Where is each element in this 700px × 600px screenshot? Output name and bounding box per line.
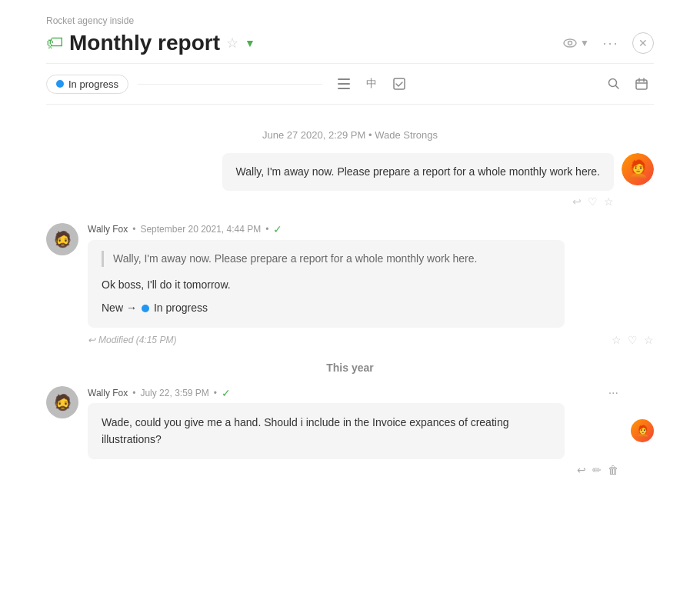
page-title: Monthly report xyxy=(69,31,220,55)
reply-icon[interactable]: ↩ xyxy=(572,195,582,208)
delete-last-icon[interactable]: 🗑 xyxy=(608,464,618,476)
star-icon[interactable]: ☆ xyxy=(226,35,238,52)
status-dot xyxy=(56,80,64,88)
svg-rect-7 xyxy=(636,80,647,89)
wally-action-icons: ☆ ♡ ☆ xyxy=(612,334,654,346)
wally-avatar: 🧔 xyxy=(46,223,78,255)
wally-last-timestamp: July 22, 3:59 PM xyxy=(140,388,208,398)
translate-icon[interactable]: 中 xyxy=(359,72,384,96)
title-right: ▼ ··· ✕ xyxy=(563,31,654,55)
dropdown-icon[interactable]: ▼ xyxy=(245,37,255,49)
modified-text: Modified (4:15 PM) xyxy=(98,335,176,345)
toolbar: In progress 中 xyxy=(46,64,654,105)
wally-last-avatar: 🧔 xyxy=(46,386,78,418)
quoted-text: Wally, I'm away now. Please prepare a re… xyxy=(102,251,551,267)
wally-sender-name: Wally Fox xyxy=(88,224,128,235)
heart-action-icon[interactable]: ♡ xyxy=(628,334,638,346)
star-action-icon[interactable]: ☆ xyxy=(612,334,622,346)
reply-last-icon[interactable]: ↩ xyxy=(577,464,586,476)
svg-rect-5 xyxy=(394,78,405,89)
date-separator: June 27 2020, 2:29 PM • Wade Strongs xyxy=(46,129,654,141)
wally-meta: Wally Fox • September 20 2021, 4:44 PM •… xyxy=(88,223,654,235)
svg-rect-2 xyxy=(338,78,350,80)
svg-rect-4 xyxy=(338,88,350,89)
star-icon[interactable]: ☆ xyxy=(604,195,614,208)
svg-point-1 xyxy=(568,42,572,45)
view-button[interactable]: ▼ xyxy=(563,38,589,48)
wally-message-actions: ↩ Modified (4:15 PM) ☆ ♡ ☆ xyxy=(88,334,654,346)
wally-last-header: Wally Fox • July 22, 3:59 PM • ✓ ··· xyxy=(88,386,618,400)
svg-point-0 xyxy=(564,39,576,47)
wally-last-bubble: Wade, could you give me a hand. Should i… xyxy=(88,403,565,459)
edit-last-icon[interactable]: ✏ xyxy=(592,464,602,476)
wally-message-content: Wally Fox • September 20 2021, 4:44 PM •… xyxy=(88,223,654,346)
page-header: Rocket agency inside 🏷 Monthly report ☆ … xyxy=(46,0,654,64)
wally-last-content: Wally Fox • July 22, 3:59 PM • ✓ ··· Wad… xyxy=(88,386,618,476)
wade-message-content: Wally, I'm away now. Please prepare a re… xyxy=(222,153,614,208)
chat-area: June 27 2020, 2:29 PM • Wade Strongs Wal… xyxy=(46,105,654,600)
status-badge[interactable]: In progress xyxy=(46,75,128,94)
heart-icon[interactable]: ♡ xyxy=(588,195,598,208)
wally-last-text: Wade, could you give me a hand. Should i… xyxy=(102,416,508,445)
message-wally-last: 🧔 Wally Fox • July 22, 3:59 PM • ✓ ··· xyxy=(46,386,654,476)
message-wally: 🧔 Wally Fox • September 20 2021, 4:44 PM… xyxy=(46,223,654,346)
wade-message-text: Wally, I'm away now. Please prepare a re… xyxy=(236,165,600,178)
wade-avatar: 🧑‍🦰 xyxy=(622,153,654,185)
title-left: 🏷 Monthly report ☆ ▼ xyxy=(46,31,255,55)
wally-last-meta: Wally Fox • July 22, 3:59 PM • ✓ xyxy=(88,387,231,399)
last-bubble-actions: ↩ ✏ 🗑 xyxy=(88,464,618,476)
breadcrumb: Rocket agency inside xyxy=(46,15,654,26)
list-icon[interactable] xyxy=(332,72,356,96)
modified-label: ↩ Modified (4:15 PM) xyxy=(88,335,176,345)
close-button[interactable]: ✕ xyxy=(632,32,654,54)
toolbar-divider xyxy=(138,84,322,85)
status-label: In progress xyxy=(68,78,118,90)
title-row: 🏷 Monthly report ☆ ▼ ▼ ··· ✕ xyxy=(46,31,654,55)
wally-message-body: Ok boss, I'll do it tomorrow. xyxy=(102,276,551,293)
more-button[interactable]: ··· xyxy=(598,31,623,55)
more-dots-icon[interactable]: ··· xyxy=(608,386,618,400)
bookmark-action-icon[interactable]: ☆ xyxy=(644,334,654,346)
wade-bubble: Wally, I'm away now. Please prepare a re… xyxy=(222,153,614,191)
svg-rect-3 xyxy=(338,83,350,85)
message-wade: Wally, I'm away now. Please prepare a re… xyxy=(46,153,654,208)
tag-icon: 🏷 xyxy=(46,33,63,53)
read-check-icon-last: ✓ xyxy=(222,387,231,399)
wade-message-actions: ↩ ♡ ☆ xyxy=(222,195,614,208)
year-separator: This year xyxy=(46,362,654,374)
wally-timestamp: September 20 2021, 4:44 PM xyxy=(140,224,261,235)
calendar-button[interactable] xyxy=(629,72,654,96)
search-button[interactable] xyxy=(602,72,626,96)
check-icon[interactable] xyxy=(387,72,412,96)
status-change: New → In progress xyxy=(102,299,551,316)
status-dot-blue xyxy=(142,305,149,312)
read-check-icon: ✓ xyxy=(273,223,282,235)
last-message-header-actions: ··· xyxy=(608,386,618,400)
wally-last-sender: Wally Fox xyxy=(88,388,128,398)
wally-bubble: Wally, I'm away now. Please prepare a re… xyxy=(88,240,565,328)
wade-small-avatar: 🧑‍🦰 xyxy=(631,419,654,442)
